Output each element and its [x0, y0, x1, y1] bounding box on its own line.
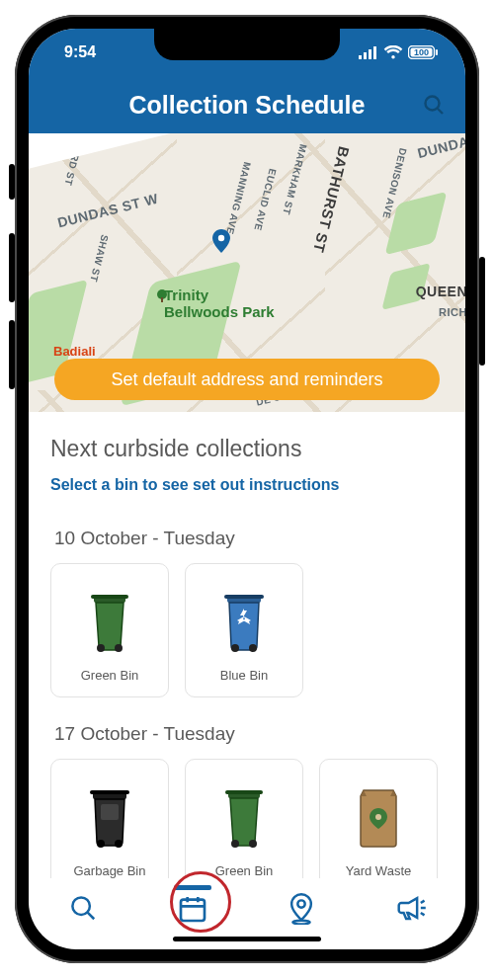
collection-date: 17 October - Tuesday	[54, 723, 444, 745]
home-indicator	[173, 937, 321, 941]
road-label: DUNDA	[416, 133, 465, 161]
megaphone-icon	[395, 893, 427, 923]
road-label: MANNING AVE	[224, 161, 253, 236]
svg-line-9	[438, 109, 444, 115]
road-label: RICH	[439, 306, 465, 318]
content-area: Next curbside collections Select a bin t…	[29, 412, 465, 878]
svg-rect-14	[91, 595, 128, 599]
map-poi-label: Badiali	[53, 344, 96, 359]
yard-waste-icon	[358, 770, 399, 863]
garbage-bin-icon	[86, 770, 133, 863]
collection-date: 10 October - Tuesday	[54, 528, 444, 549]
svg-point-8	[426, 97, 440, 111]
svg-line-41	[421, 913, 425, 915]
svg-point-38	[293, 921, 310, 925]
bin-label: Green Bin	[215, 863, 274, 878]
page-title: Collection Schedule	[129, 91, 366, 120]
svg-point-30	[375, 814, 381, 820]
map-pin-icon	[212, 229, 230, 253]
svg-rect-3	[373, 46, 376, 59]
svg-rect-22	[90, 790, 129, 794]
section-heading: Next curbside collections	[50, 436, 444, 462]
set-default-address-button[interactable]: Set default address and reminders	[54, 359, 440, 400]
svg-line-32	[88, 912, 95, 919]
svg-text:100: 100	[414, 47, 429, 57]
svg-rect-18	[224, 595, 264, 599]
park-label: Trinity Bellwoods Park	[164, 287, 275, 320]
svg-point-37	[298, 900, 305, 907]
blue-bin-icon	[220, 574, 268, 668]
map-pin-icon	[287, 893, 316, 925]
bin-label: Blue Bin	[220, 668, 268, 683]
battery-icon: 100	[408, 45, 438, 59]
road-label: SHAW ST	[88, 233, 111, 283]
nav-announcements[interactable]	[385, 885, 437, 923]
status-time: 9:54	[64, 43, 96, 61]
wifi-icon	[383, 45, 403, 59]
bin-card-blue[interactable]: Blue Bin	[185, 563, 303, 697]
signal-icon	[359, 46, 378, 59]
device-notch	[154, 29, 340, 60]
svg-point-28	[231, 840, 239, 848]
header-search-button[interactable]	[422, 93, 446, 117]
road-label: FORD ST	[62, 138, 84, 187]
road-label: QUEEN	[416, 284, 465, 299]
svg-rect-0	[359, 55, 362, 59]
road-label: BATHURST ST	[310, 145, 353, 255]
svg-point-24	[97, 840, 105, 848]
nav-location[interactable]	[276, 885, 327, 925]
svg-point-20	[249, 644, 257, 652]
bin-label: Yard Waste	[346, 863, 411, 878]
bin-label: Green Bin	[81, 668, 139, 683]
svg-rect-6	[436, 49, 438, 55]
bin-label: Garbage Bin	[74, 863, 146, 878]
svg-point-31	[73, 897, 91, 915]
svg-point-29	[249, 840, 257, 848]
map-view[interactable]: DUNDAS ST W DUNDA BATHURST ST MARKHAM ST…	[29, 133, 465, 412]
side-power-button	[479, 257, 485, 366]
tutorial-highlight-ring	[170, 871, 231, 933]
section-hint: Select a bin to see set out instructions	[50, 476, 444, 494]
bin-card-green[interactable]: Green Bin	[185, 759, 303, 878]
bin-card-yard-waste[interactable]: Yard Waste	[319, 759, 438, 878]
app-header: Collection Schedule	[29, 76, 465, 133]
bin-card-garbage[interactable]: Garbage Bin	[50, 759, 169, 878]
bottom-nav	[29, 878, 465, 949]
phone-frame: 9:54 100 Collection Schedule	[15, 15, 479, 963]
nav-search[interactable]	[57, 885, 109, 923]
road-label: EUCLID AVE	[252, 168, 278, 232]
svg-point-19	[231, 644, 239, 652]
svg-rect-2	[369, 49, 371, 59]
svg-point-16	[115, 644, 123, 652]
svg-rect-23	[101, 804, 119, 820]
green-bin-icon	[86, 574, 133, 668]
svg-rect-11	[161, 297, 163, 302]
green-bin-icon	[220, 770, 268, 863]
search-icon	[68, 893, 98, 923]
svg-rect-27	[225, 790, 263, 794]
svg-rect-1	[364, 52, 367, 59]
road-label: MARKHAM ST	[281, 143, 308, 216]
svg-point-15	[97, 644, 105, 652]
svg-line-39	[421, 901, 425, 903]
road-label: DUNDAS ST W	[56, 191, 160, 231]
svg-point-25	[115, 840, 123, 848]
bin-card-green[interactable]: Green Bin	[50, 563, 169, 697]
svg-point-12	[218, 235, 224, 241]
